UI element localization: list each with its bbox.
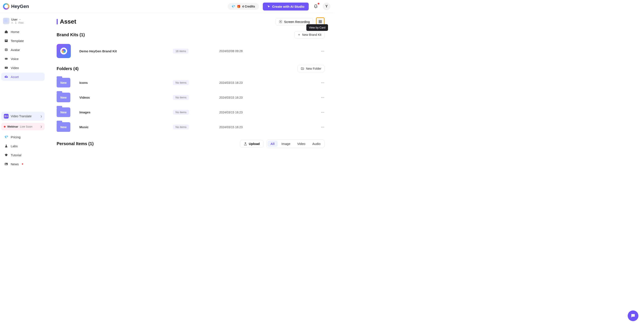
sidebar-item-label: Labs <box>11 144 18 148</box>
filter-tabs: All Image Video Audio <box>266 140 324 148</box>
voice-icon <box>4 57 8 61</box>
sidebar: User 1 Free Home Template Avatar <box>0 13 46 168</box>
folder-row[interactable]: New Music No items 2024/03/15 16:23 ⋯ <box>57 120 324 134</box>
flask-icon <box>4 144 8 148</box>
diamond-icon: 💎 <box>232 5 235 8</box>
folder-name: Icons <box>79 81 170 84</box>
folder-icon: New <box>57 107 70 117</box>
credits-pill[interactable]: 💎 🎁 4 Credits <box>228 3 259 10</box>
webinar-status: Live Soon <box>20 125 32 128</box>
sidebar-item-webinar[interactable]: Webinar Live Soon ❯ <box>1 123 44 130</box>
sidebar-item-video[interactable]: Video <box>1 64 44 72</box>
logo-area[interactable]: HeyGen <box>3 3 29 10</box>
sidebar-item-label: Tutorial <box>11 153 21 157</box>
workspace-name: User <box>11 18 18 21</box>
video-icon <box>4 66 8 70</box>
folder-name: Images <box>79 110 170 114</box>
app-header: HeyGen 💎 🎁 4 Credits Create with AI Stud… <box>0 0 333 13</box>
record-icon <box>279 20 282 23</box>
news-dot <box>22 163 23 165</box>
header-right: 💎 🎁 4 Credits Create with AI Studio Y <box>228 2 330 10</box>
sidebar-item-label: Template <box>11 39 24 43</box>
row-more-button[interactable]: ⋯ <box>321 110 324 114</box>
webinar-label: Webinar <box>7 125 18 128</box>
svg-rect-4 <box>5 58 8 60</box>
new-folder-label: New Folder <box>306 67 321 70</box>
folder-name: Videos <box>79 96 170 99</box>
logo-icon <box>3 3 10 10</box>
filter-tab-audio[interactable]: Audio <box>309 141 324 147</box>
notification-dot <box>318 3 320 4</box>
sidebar-item-voice[interactable]: Voice <box>1 55 44 63</box>
create-label: Create with AI Studio <box>272 5 304 8</box>
sidebar-item-home[interactable]: Home <box>1 28 44 36</box>
sidebar-item-tutorial[interactable]: Tutorial <box>1 151 44 159</box>
upload-icon <box>244 142 247 146</box>
screen-recording-label: Screen Recording <box>284 20 310 23</box>
sidebar-item-video-translate[interactable]: 文/A Video Translate ❯ <box>1 112 44 121</box>
chevron-down-icon <box>19 18 21 20</box>
folder-name: Music <box>79 125 170 129</box>
item-count-pill: 16 items <box>173 49 188 54</box>
item-count-pill: No items <box>173 110 189 115</box>
item-count-pill: No items <box>173 95 189 100</box>
brand-kit-row[interactable]: Demo HeyGen Brand Kit 16 items 2024/02/0… <box>57 41 324 61</box>
svg-rect-12 <box>319 22 320 23</box>
svg-rect-7 <box>5 163 6 164</box>
row-more-button[interactable]: ⋯ <box>321 125 324 129</box>
folder-date: 2024/03/15 16:23 <box>219 125 308 129</box>
svg-point-9 <box>280 21 281 22</box>
create-ai-studio-button[interactable]: Create with AI Studio <box>263 2 309 10</box>
personal-items-heading: Personal Items (1) <box>57 141 94 146</box>
row-more-button[interactable]: ⋯ <box>321 81 324 85</box>
folder-icon: New <box>57 122 70 132</box>
upload-button[interactable]: Upload <box>240 140 264 147</box>
workspace-selector[interactable]: User 1 Free <box>1 17 44 25</box>
row-more-button[interactable]: ⋯ <box>321 95 324 99</box>
translate-icon: 文/A <box>4 114 8 119</box>
sidebar-item-label: Video <box>11 66 19 70</box>
folder-row[interactable]: New Icons No items 2024/03/15 16:23 ⋯ <box>57 75 324 90</box>
avatar-letter: Y <box>326 4 328 8</box>
live-dot-icon <box>4 126 6 128</box>
sidebar-item-label: Avatar <box>11 48 20 52</box>
bell-icon <box>314 4 318 8</box>
folder-icon: New <box>57 78 70 87</box>
svg-rect-10 <box>319 20 320 21</box>
notifications-button[interactable] <box>312 3 319 10</box>
new-brand-kit-label: New Brand Kit <box>302 33 321 36</box>
folder-date: 2024/03/15 16:23 <box>219 81 308 84</box>
sidebar-item-asset[interactable]: Asset <box>1 73 44 81</box>
item-count-pill: No items <box>173 125 189 129</box>
folder-date: 2024/03/15 16:23 <box>219 96 308 99</box>
page-title-text: Asset <box>60 18 76 25</box>
filter-tab-all[interactable]: All <box>268 141 278 147</box>
brand-kits-heading: Brand Kits (1) <box>57 32 85 37</box>
view-by-card-tooltip: View by Card <box>306 24 328 31</box>
sidebar-item-label: Pricing <box>11 135 20 139</box>
row-more-button[interactable]: ⋯ <box>321 49 324 53</box>
sidebar-item-avatar[interactable]: Avatar <box>1 46 44 54</box>
sidebar-item-template[interactable]: Template <box>1 37 44 45</box>
svg-rect-11 <box>320 20 322 21</box>
sidebar-item-label: Voice <box>11 57 19 61</box>
folder-row[interactable]: New Videos No items 2024/03/15 16:23 ⋯ <box>57 90 324 105</box>
newspaper-icon <box>4 162 8 166</box>
folder-row[interactable]: New Images No items 2024/03/15 16:23 ⋯ <box>57 105 324 120</box>
filter-tab-video[interactable]: Video <box>294 141 308 147</box>
new-folder-button[interactable]: New Folder <box>298 65 324 72</box>
diamond-icon: 💎 <box>4 135 8 139</box>
plus-icon <box>298 33 300 36</box>
folders-heading: Folders (4) <box>57 66 78 71</box>
sidebar-item-news[interactable]: News <box>1 160 44 168</box>
user-avatar[interactable]: Y <box>323 3 330 10</box>
filter-tab-image[interactable]: Image <box>278 141 294 147</box>
sidebar-item-labs[interactable]: Labs <box>1 142 44 150</box>
cloud-upload-icon <box>4 75 8 79</box>
folder-plus-icon <box>301 67 304 70</box>
chevron-right-icon: ❯ <box>40 125 42 128</box>
workspace-avatar <box>3 18 10 24</box>
item-count-pill: No items <box>173 80 189 85</box>
new-brand-kit-button[interactable]: New Brand Kit <box>294 31 324 38</box>
sidebar-item-pricing[interactable]: 💎 Pricing <box>1 133 44 141</box>
